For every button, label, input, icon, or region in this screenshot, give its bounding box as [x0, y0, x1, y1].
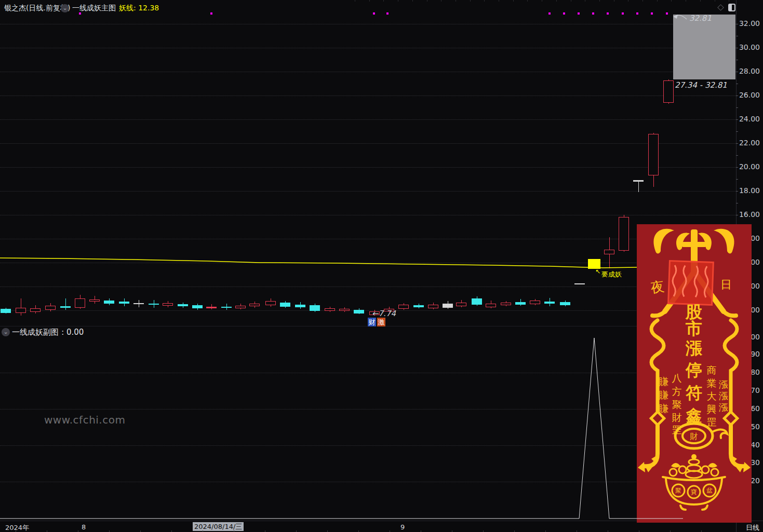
- y-axis-label: 28.00: [739, 67, 760, 75]
- talisman-right-col: 興: [707, 403, 717, 415]
- measure-box[interactable]: [673, 15, 735, 79]
- candle: [544, 302, 555, 304]
- selected-date-label[interactable]: 2024/08/14/三: [193, 522, 244, 531]
- talisman-right-col: 商: [707, 364, 717, 376]
- measure-range-label: 27.34 - 32.81: [675, 80, 727, 90]
- gridline: [0, 96, 736, 96]
- candle: [574, 283, 585, 284]
- candle: [515, 302, 526, 305]
- y-axis-label: 16.00: [739, 210, 760, 219]
- candle: [221, 307, 232, 308]
- candle: [16, 308, 26, 313]
- signal-arrow-icon: ↖: [595, 268, 600, 275]
- sub-axis-label: 70: [751, 386, 760, 394]
- talisman-bowl-char: 寶: [691, 488, 697, 496]
- talisman-left-col: 方: [672, 386, 682, 397]
- y-axis-label: 30.00: [739, 43, 760, 51]
- signal-dot: [373, 12, 375, 15]
- talisman-right-col: 大: [707, 390, 717, 402]
- candle: [456, 303, 466, 306]
- axis-year-label: 2024年: [5, 523, 29, 532]
- talisman-center-char: 停: [685, 360, 702, 380]
- talisman-left-edge: 賺: [659, 389, 669, 401]
- gridline: [0, 191, 736, 192]
- talisman-right-col: 罡: [707, 416, 717, 428]
- signal-dot: [578, 12, 580, 15]
- y-axis-label: 18.00: [739, 186, 760, 195]
- candle: [265, 301, 276, 305]
- candle: [104, 301, 114, 304]
- candle: [30, 308, 41, 312]
- candle: [295, 305, 305, 307]
- candle: [339, 309, 350, 311]
- axis-month-label: 8: [82, 523, 86, 531]
- candle: [1, 309, 11, 313]
- sub-axis-label: 90: [751, 350, 760, 358]
- candle: [501, 303, 511, 305]
- candle: [663, 80, 674, 103]
- candle: [163, 303, 173, 306]
- gridline: [0, 310, 736, 311]
- candle: [325, 308, 335, 311]
- badge-cai: 财: [368, 318, 376, 326]
- candle-wick: [65, 298, 66, 310]
- gridline: [0, 143, 736, 144]
- candle: [443, 304, 453, 308]
- candle: [560, 302, 570, 305]
- talisman-left-edge: 賺: [659, 403, 669, 414]
- main-chart-plot[interactable]: [0, 0, 736, 326]
- candle: [472, 298, 482, 305]
- gridline: [0, 215, 736, 215]
- talisman-left-col: 聚: [672, 399, 682, 410]
- period-selector[interactable]: 日线: [746, 523, 759, 532]
- candle: [530, 301, 540, 304]
- sub-axis-label: 30: [751, 458, 760, 467]
- signal-dot: [386, 12, 389, 15]
- candle: [119, 302, 129, 304]
- candle: [428, 305, 438, 308]
- gridline: [0, 24, 736, 24]
- gridline: [0, 409, 736, 410]
- candle-wick: [21, 298, 21, 316]
- candle: [310, 305, 320, 311]
- badge-ji: 激: [377, 318, 385, 326]
- candle: [413, 305, 424, 307]
- candle: [60, 306, 71, 308]
- candle: [633, 180, 644, 182]
- candle: [133, 303, 144, 304]
- candle: [75, 298, 85, 308]
- signal-dot: [592, 12, 594, 15]
- signal-dot: [79, 12, 81, 15]
- candle: [648, 134, 659, 175]
- talisman-center-char: 漲: [685, 338, 703, 358]
- sub-axis-label: 80: [751, 368, 760, 376]
- signal-dot: [210, 12, 212, 15]
- sub-axis-label: 40: [751, 441, 760, 449]
- candle: [486, 304, 496, 307]
- talisman-right-col: 業: [707, 377, 717, 389]
- talisman-center-char: 市: [685, 319, 702, 338]
- gridline: [0, 287, 736, 287]
- y-axis-label: 26.00: [739, 91, 760, 99]
- candle: [45, 306, 56, 310]
- sub-axis-label: 20: [751, 476, 760, 485]
- candle-wick: [638, 180, 639, 192]
- sub-axis-label: 60: [751, 404, 760, 413]
- gridline: [0, 72, 736, 72]
- gridline: [0, 263, 736, 263]
- y-axis-label: 20.00: [739, 162, 760, 171]
- talisman-coin-char: 財: [690, 432, 698, 441]
- talisman-right-edge: 漲: [719, 402, 728, 413]
- y-axis-label: 32.00: [739, 19, 760, 28]
- signal-dot: [636, 12, 638, 15]
- trading-app-window: 32.81 27.34 - 32.81 银之杰(日线.前复权) ⌄ 一线成妖主图…: [0, 0, 763, 532]
- gridline: [0, 445, 736, 446]
- candle: [206, 307, 217, 308]
- measure-top-label: 32.81: [689, 13, 712, 23]
- chevron-down-icon[interactable]: ⌄: [2, 328, 10, 336]
- gridline: [0, 373, 736, 373]
- low-price-label: ←7.74: [372, 309, 396, 318]
- talisman-ri: 日: [720, 278, 732, 291]
- gridline: [0, 167, 736, 168]
- axis-month-label: 9: [400, 523, 405, 531]
